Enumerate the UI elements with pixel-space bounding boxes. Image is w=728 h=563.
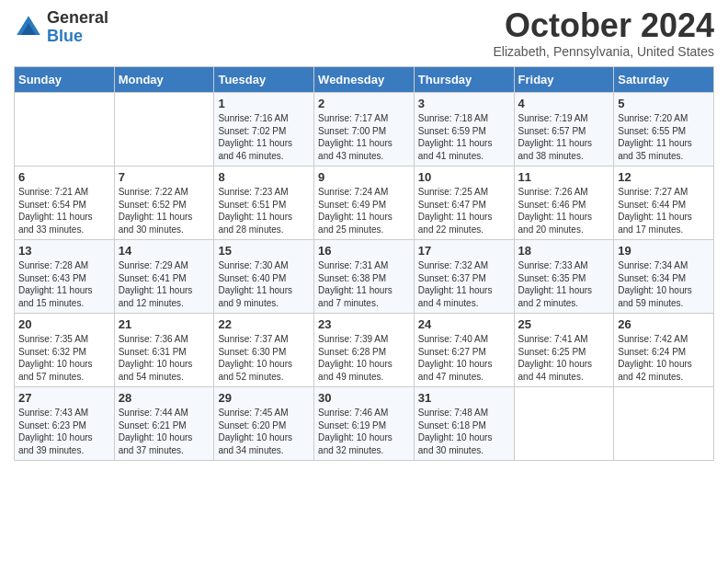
day-number: 5 (618, 97, 710, 110)
calendar-cell: 12Sunrise: 7:27 AM Sunset: 6:44 PM Dayli… (614, 167, 714, 240)
calendar-cell: 19Sunrise: 7:34 AM Sunset: 6:34 PM Dayli… (614, 240, 714, 314)
logo-icon (14, 13, 43, 42)
calendar-cell: 11Sunrise: 7:26 AM Sunset: 6:46 PM Dayli… (514, 167, 614, 240)
calendar-cell (514, 387, 614, 461)
month-title: October 2024 (494, 9, 714, 42)
header-sunday: Sunday (15, 67, 115, 93)
calendar-cell: 16Sunrise: 7:31 AM Sunset: 6:38 PM Dayli… (314, 240, 415, 314)
day-info: Sunrise: 7:20 AM Sunset: 6:55 PM Dayligh… (618, 112, 710, 162)
day-info: Sunrise: 7:35 AM Sunset: 6:32 PM Dayligh… (18, 333, 110, 383)
day-number: 22 (218, 317, 310, 331)
logo-general-text: General (47, 9, 108, 28)
calendar-cell: 26Sunrise: 7:42 AM Sunset: 6:24 PM Dayli… (614, 314, 714, 387)
calendar-cell: 6Sunrise: 7:21 AM Sunset: 6:54 PM Daylig… (15, 167, 115, 240)
calendar-cell: 1Sunrise: 7:16 AM Sunset: 7:02 PM Daylig… (214, 93, 314, 167)
calendar-cell: 31Sunrise: 7:48 AM Sunset: 6:18 PM Dayli… (414, 387, 514, 461)
day-info: Sunrise: 7:48 AM Sunset: 6:18 PM Dayligh… (418, 407, 510, 456)
calendar-cell: 17Sunrise: 7:32 AM Sunset: 6:37 PM Dayli… (414, 240, 514, 314)
calendar-cell: 28Sunrise: 7:44 AM Sunset: 6:21 PM Dayli… (114, 387, 214, 461)
day-info: Sunrise: 7:33 AM Sunset: 6:35 PM Dayligh… (518, 259, 610, 309)
day-number: 15 (218, 244, 310, 258)
calendar-cell: 24Sunrise: 7:40 AM Sunset: 6:27 PM Dayli… (414, 314, 514, 387)
day-info: Sunrise: 7:37 AM Sunset: 6:30 PM Dayligh… (218, 333, 310, 383)
calendar-cell: 20Sunrise: 7:35 AM Sunset: 6:32 PM Dayli… (15, 314, 115, 387)
day-info: Sunrise: 7:22 AM Sunset: 6:52 PM Dayligh… (119, 186, 210, 236)
logo-text: General Blue (47, 9, 108, 46)
calendar-cell: 29Sunrise: 7:45 AM Sunset: 6:20 PM Dayli… (214, 387, 314, 461)
day-number: 16 (318, 244, 410, 258)
logo: General Blue (14, 9, 108, 46)
calendar-week-1: 1Sunrise: 7:16 AM Sunset: 7:02 PM Daylig… (15, 93, 714, 167)
day-number: 4 (518, 97, 610, 110)
header-tuesday: Tuesday (214, 67, 314, 93)
day-number: 17 (418, 244, 510, 258)
day-info: Sunrise: 7:34 AM Sunset: 6:34 PM Dayligh… (618, 259, 710, 309)
calendar-header-row: SundayMondayTuesdayWednesdayThursdayFrid… (15, 67, 714, 93)
day-info: Sunrise: 7:17 AM Sunset: 7:00 PM Dayligh… (318, 112, 410, 162)
day-number: 25 (518, 317, 610, 331)
day-number: 7 (119, 170, 210, 184)
day-number: 28 (119, 391, 210, 405)
calendar-cell (114, 93, 214, 167)
day-info: Sunrise: 7:16 AM Sunset: 7:02 PM Dayligh… (218, 112, 310, 162)
day-info: Sunrise: 7:42 AM Sunset: 6:24 PM Dayligh… (618, 333, 710, 383)
day-info: Sunrise: 7:40 AM Sunset: 6:27 PM Dayligh… (418, 333, 510, 383)
calendar-cell: 4Sunrise: 7:19 AM Sunset: 6:57 PM Daylig… (514, 93, 614, 167)
calendar-cell: 9Sunrise: 7:24 AM Sunset: 6:49 PM Daylig… (314, 167, 415, 240)
day-number: 30 (318, 391, 410, 405)
location-text: Elizabeth, Pennsylvania, United States (494, 44, 714, 59)
day-number: 24 (418, 317, 510, 331)
header-monday: Monday (114, 67, 214, 93)
day-info: Sunrise: 7:41 AM Sunset: 6:25 PM Dayligh… (518, 333, 610, 383)
day-info: Sunrise: 7:28 AM Sunset: 6:43 PM Dayligh… (18, 259, 110, 309)
calendar-cell (15, 93, 115, 167)
calendar-cell: 18Sunrise: 7:33 AM Sunset: 6:35 PM Dayli… (514, 240, 614, 314)
day-number: 8 (218, 170, 310, 184)
day-info: Sunrise: 7:18 AM Sunset: 6:59 PM Dayligh… (418, 112, 510, 162)
day-info: Sunrise: 7:24 AM Sunset: 6:49 PM Dayligh… (318, 186, 410, 236)
day-number: 11 (518, 170, 610, 184)
calendar-week-5: 27Sunrise: 7:43 AM Sunset: 6:23 PM Dayli… (15, 387, 714, 461)
day-number: 26 (618, 317, 710, 331)
calendar-cell: 5Sunrise: 7:20 AM Sunset: 6:55 PM Daylig… (614, 93, 714, 167)
day-info: Sunrise: 7:23 AM Sunset: 6:51 PM Dayligh… (218, 186, 310, 236)
calendar-cell: 3Sunrise: 7:18 AM Sunset: 6:59 PM Daylig… (414, 93, 514, 167)
day-info: Sunrise: 7:45 AM Sunset: 6:20 PM Dayligh… (218, 407, 310, 456)
page-header: General Blue October 2024 Elizabeth, Pen… (14, 9, 714, 59)
calendar-cell: 2Sunrise: 7:17 AM Sunset: 7:00 PM Daylig… (314, 93, 415, 167)
title-area: October 2024 Elizabeth, Pennsylvania, Un… (494, 9, 714, 59)
day-info: Sunrise: 7:27 AM Sunset: 6:44 PM Dayligh… (618, 186, 710, 236)
calendar-cell: 8Sunrise: 7:23 AM Sunset: 6:51 PM Daylig… (214, 167, 314, 240)
calendar-week-3: 13Sunrise: 7:28 AM Sunset: 6:43 PM Dayli… (15, 240, 714, 314)
calendar-cell: 27Sunrise: 7:43 AM Sunset: 6:23 PM Dayli… (15, 387, 115, 461)
day-info: Sunrise: 7:25 AM Sunset: 6:47 PM Dayligh… (418, 186, 510, 236)
calendar-cell: 25Sunrise: 7:41 AM Sunset: 6:25 PM Dayli… (514, 314, 614, 387)
day-info: Sunrise: 7:44 AM Sunset: 6:21 PM Dayligh… (119, 407, 210, 456)
day-info: Sunrise: 7:21 AM Sunset: 6:54 PM Dayligh… (18, 186, 110, 236)
day-info: Sunrise: 7:29 AM Sunset: 6:41 PM Dayligh… (119, 259, 210, 309)
calendar-cell: 7Sunrise: 7:22 AM Sunset: 6:52 PM Daylig… (114, 167, 214, 240)
day-info: Sunrise: 7:43 AM Sunset: 6:23 PM Dayligh… (18, 407, 110, 456)
day-info: Sunrise: 7:36 AM Sunset: 6:31 PM Dayligh… (119, 333, 210, 383)
day-info: Sunrise: 7:46 AM Sunset: 6:19 PM Dayligh… (318, 407, 410, 456)
calendar-cell: 30Sunrise: 7:46 AM Sunset: 6:19 PM Dayli… (314, 387, 415, 461)
day-number: 9 (318, 170, 410, 184)
calendar-cell: 13Sunrise: 7:28 AM Sunset: 6:43 PM Dayli… (15, 240, 115, 314)
calendar-week-4: 20Sunrise: 7:35 AM Sunset: 6:32 PM Dayli… (15, 314, 714, 387)
day-number: 12 (618, 170, 710, 184)
calendar-cell: 14Sunrise: 7:29 AM Sunset: 6:41 PM Dayli… (114, 240, 214, 314)
day-number: 23 (318, 317, 410, 331)
day-number: 1 (218, 97, 310, 110)
day-number: 14 (119, 244, 210, 258)
calendar-cell: 10Sunrise: 7:25 AM Sunset: 6:47 PM Dayli… (414, 167, 514, 240)
day-number: 13 (18, 244, 110, 258)
day-info: Sunrise: 7:19 AM Sunset: 6:57 PM Dayligh… (518, 112, 610, 162)
day-number: 29 (218, 391, 310, 405)
calendar-cell: 22Sunrise: 7:37 AM Sunset: 6:30 PM Dayli… (214, 314, 314, 387)
day-number: 18 (518, 244, 610, 258)
day-info: Sunrise: 7:26 AM Sunset: 6:46 PM Dayligh… (518, 186, 610, 236)
day-info: Sunrise: 7:32 AM Sunset: 6:37 PM Dayligh… (418, 259, 510, 309)
day-number: 3 (418, 97, 510, 110)
header-wednesday: Wednesday (314, 67, 415, 93)
calendar-cell: 15Sunrise: 7:30 AM Sunset: 6:40 PM Dayli… (214, 240, 314, 314)
